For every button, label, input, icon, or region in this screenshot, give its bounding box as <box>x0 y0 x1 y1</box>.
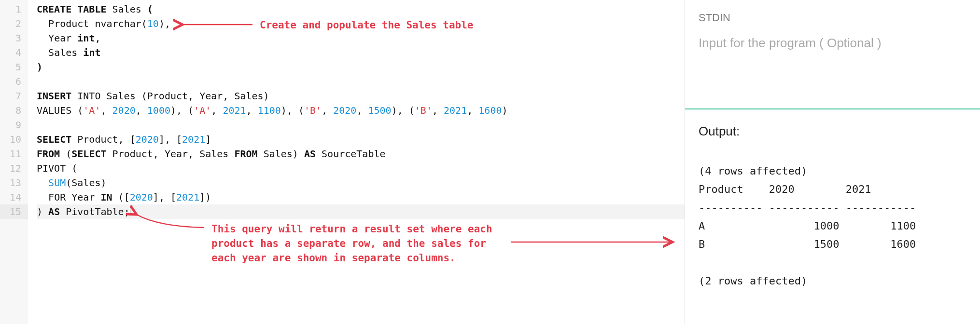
stdin-section: STDIN <box>685 6 980 109</box>
line-number: 2 <box>0 16 28 31</box>
code-line[interactable]: SELECT Product, [2020], [2021] <box>37 132 685 147</box>
line-number: 14 <box>0 190 28 204</box>
line-number: 6 <box>0 74 28 89</box>
code-line[interactable]: ) AS PivotTable; <box>37 204 685 219</box>
line-number: 7 <box>0 89 28 103</box>
code-line[interactable]: ) <box>37 60 685 74</box>
code-line[interactable]: FOR Year IN ([2020], [2021]) <box>37 190 685 204</box>
output-section: Output: (4 rows affected) Product 2020 2… <box>685 109 980 324</box>
text-cursor <box>130 205 131 216</box>
line-number: 8 <box>0 103 28 118</box>
stdin-label: STDIN <box>699 12 966 24</box>
output-text: (4 rows affected) Product 2020 2021 ----… <box>699 162 966 290</box>
code-line[interactable]: Year int, <box>37 31 685 45</box>
code-editor-pane: 123456789101112131415 CREATE TABLE Sales… <box>0 0 685 324</box>
line-number: 5 <box>0 60 28 74</box>
code-line[interactable]: FROM (SELECT Product, Year, Sales FROM S… <box>37 147 685 161</box>
line-number: 15 <box>0 204 28 219</box>
io-pane: STDIN Output: (4 rows affected) Product … <box>685 0 980 324</box>
code-line[interactable] <box>37 74 685 89</box>
code-line[interactable]: Sales int <box>37 45 685 60</box>
line-number: 9 <box>0 118 28 132</box>
line-number: 10 <box>0 132 28 147</box>
main-container: 123456789101112131415 CREATE TABLE Sales… <box>0 0 980 324</box>
code-line[interactable]: Product nvarchar(10), <box>37 16 685 31</box>
code-line[interactable]: VALUES ('A', 2020, 1000), ('A', 2021, 11… <box>37 103 685 118</box>
line-number: 11 <box>0 147 28 161</box>
line-number: 13 <box>0 176 28 190</box>
code-line[interactable]: INSERT INTO Sales (Product, Year, Sales) <box>37 89 685 103</box>
code-line[interactable]: SUM(Sales) <box>37 176 685 190</box>
code-line[interactable]: CREATE TABLE Sales ( <box>37 2 685 16</box>
code-line[interactable] <box>37 118 685 132</box>
line-number: 1 <box>0 2 28 16</box>
line-number-gutter: 123456789101112131415 <box>0 0 28 324</box>
line-number: 3 <box>0 31 28 45</box>
code-text-area[interactable]: CREATE TABLE Sales ( Product nvarchar(10… <box>28 0 685 324</box>
stdin-input[interactable] <box>699 36 966 51</box>
line-number: 12 <box>0 161 28 176</box>
code-line[interactable]: PIVOT ( <box>37 161 685 176</box>
output-label: Output: <box>699 124 966 139</box>
line-number: 4 <box>0 45 28 60</box>
annotation-text: This query will return a result set wher… <box>211 222 540 265</box>
